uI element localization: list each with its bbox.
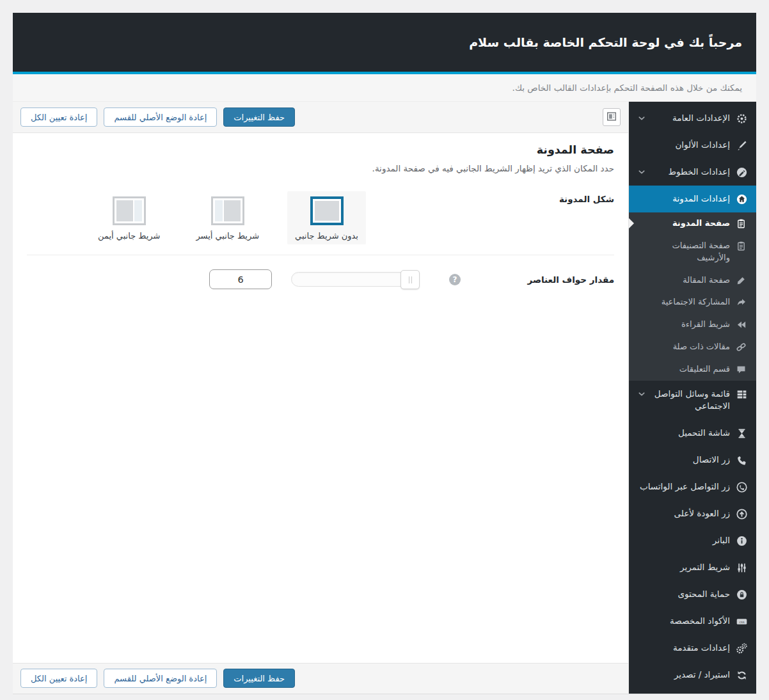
sidebar-item-label: الأكواد المخصصة [670, 615, 730, 628]
clipboard-icon [736, 241, 747, 251]
layout-option-label: شريط جانبي أيسر [196, 231, 259, 241]
comment-icon [736, 364, 747, 375]
whatsapp-icon [736, 481, 748, 493]
sidebar-item-label: صفحة التصنيفات والأرشيف [638, 240, 730, 264]
rewind-icon [736, 319, 747, 330]
page-header: مرحباً بك في لوحة التحكم الخاصة بقالب سل… [13, 13, 756, 74]
sidebar-item-social-media-list[interactable]: قائمة وسائل التواصل الاجتماعي [629, 381, 756, 420]
top-toolbar: حفظ التغييرات إعادة الوضع الأصلي للقسم إ… [13, 102, 628, 133]
sidebar-item-label: زر الاتصال [693, 454, 730, 466]
sidebar-item-label: حماية المحتوى [678, 588, 730, 601]
layout-toggle-button[interactable] [603, 108, 621, 126]
padding-slider-handle[interactable] [400, 270, 420, 289]
layout-option-left-sidebar[interactable]: شريط جانبي أيسر [188, 191, 267, 244]
list-icon [736, 388, 748, 401]
reset-all-button[interactable]: إعادة تعيين الكل [20, 669, 97, 688]
gears-icon [736, 642, 748, 655]
sidebar-item-label: استيراد / تصدير [674, 669, 730, 681]
sidebar-item-label: الإعدادات العامة [672, 112, 730, 125]
layout-option-label: شريط جانبي أيمن [98, 231, 160, 241]
chevron-down-icon [637, 114, 646, 123]
sidebar-item-blog-settings[interactable]: إعدادات المدونة [629, 186, 756, 212]
sidebar-item-comments-section[interactable]: قسم التعليقات [629, 358, 756, 381]
sidebar-item-advanced-settings[interactable]: إعدادات متقدمة [629, 635, 756, 662]
padding-value-input[interactable] [209, 269, 272, 289]
sidebar-item-content-protection[interactable]: حماية المحتوى [629, 581, 756, 608]
sidebar-item-whatsapp-button[interactable]: زر التواصل عبر الواتساب [629, 473, 756, 500]
sidebar-item-label: شريط القراءة [681, 319, 730, 331]
sidebar-item-label: صفحة المقالة [683, 274, 730, 287]
sidebar-item-label: قسم التعليقات [679, 363, 730, 376]
reset-all-button[interactable]: إعادة تعيين الكل [20, 107, 97, 127]
sidebar-item-custom-codes[interactable]: cssالأكواد المخصصة [629, 608, 756, 635]
sidebar-item-article-page[interactable]: صفحة المقالة [629, 269, 756, 292]
sidebar-item-categories-archive-page[interactable]: صفحة التصنيفات والأرشيف [629, 235, 756, 269]
sidebar-item-blog-page[interactable]: صفحة المدونة [629, 212, 756, 235]
element-padding-label: مقدار حواف العناصر [461, 274, 614, 285]
sidebar-menu: الإعدادات العامةإعدادات الألوانإعدادات ا… [629, 102, 756, 694]
sidebar-item-social-sharing[interactable]: المشاركة الاجتماعية [629, 291, 756, 314]
save-button[interactable]: حفظ التغييرات [223, 107, 295, 127]
sidebar-item-label: المشاركة الاجتماعية [662, 296, 730, 308]
question-icon[interactable]: ? [449, 274, 461, 285]
sidebar-item-loading-screen[interactable]: شاشة التحميل [629, 420, 756, 447]
sidebar-item-label: شاشة التحميل [678, 427, 730, 440]
sidebar-item-font-settings[interactable]: إعدادات الخطوط [629, 159, 756, 186]
sidebar-item-back-to-top-button[interactable]: زر العودة لأعلى [629, 500, 756, 527]
reset-section-button[interactable]: إعادة الوضع الأصلي للقسم [104, 107, 217, 127]
sidebar-item-label: إعدادات المدونة [672, 193, 730, 205]
sync-icon [736, 669, 748, 681]
section-description: حدد المكان الذي تريد إظهار الشريط الجانب… [27, 163, 614, 173]
padding-slider[interactable] [291, 272, 419, 287]
sidebar-item-label: مقالات ذات صلة [673, 341, 730, 353]
intro-text: يمكنك من خلال هذه الصفحة التحكم بإعدادات… [512, 83, 742, 93]
sidebar-item-label: إعدادات متقدمة [673, 642, 730, 655]
sliders-icon [736, 562, 748, 574]
chevron-down-icon [637, 168, 646, 177]
arrow-up-circle-icon [736, 508, 748, 520]
settings-sidebar: الإعدادات العامةإعدادات الألوانإعدادات ا… [628, 102, 756, 694]
layout-option-no-sidebar-icon [310, 196, 344, 225]
bottom-toolbar: حفظ التغييرات إعادة الوضع الأصلي للقسم إ… [13, 663, 628, 694]
sidebar-item-label: إعدادات الألوان [675, 139, 730, 152]
page-title: مرحباً بك في لوحة التحكم الخاصة بقالب سل… [469, 35, 742, 49]
active-item-notch [629, 218, 634, 228]
home-icon [736, 193, 748, 205]
layout-option-left-sidebar-icon [211, 196, 244, 225]
save-button[interactable]: حفظ التغييرات [223, 669, 295, 688]
sidebar-item-import-export[interactable]: استيراد / تصدير [629, 662, 756, 688]
chevron-down-icon [637, 390, 646, 399]
share-icon [736, 297, 747, 308]
sidebar-item-general-settings[interactable]: الإعدادات العامة [629, 105, 756, 132]
sidebar-item-label: البانر [713, 534, 730, 547]
sidebar-item-color-settings[interactable]: إعدادات الألوان [629, 132, 756, 159]
blog-layout-options: بدون شريط جانبيشريط جانبي أيسرشريط جانبي… [90, 191, 366, 244]
sidebar-item-related-articles[interactable]: مقالات ذات صلة [629, 336, 756, 358]
brush-icon [736, 139, 748, 152]
section-content: صفحة المدونة حدد المكان الذي تريد إظهار … [13, 133, 628, 289]
sidebar-item-label: إعدادات الخطوط [668, 166, 730, 179]
svg-text:css: css [739, 620, 744, 624]
blog-layout-label: شكل المدونة [461, 191, 614, 204]
element-padding-row: مقدار حواف العناصر ? [27, 269, 614, 289]
section-title: صفحة المدونة [27, 143, 614, 156]
reset-section-button[interactable]: إعادة الوضع الأصلي للقسم [104, 669, 217, 688]
layout-option-no-sidebar[interactable]: بدون شريط جانبي [287, 191, 366, 244]
clipboard-icon [736, 218, 747, 229]
sidebar-item-label: زر التواصل عبر الواتساب [640, 481, 730, 493]
sidebar-item-reading-bar[interactable]: شريط القراءة [629, 314, 756, 336]
layout-option-label: بدون شريط جانبي [295, 231, 358, 241]
sidebar-item-label: شريط التمرير [680, 561, 730, 574]
sidebar-item-scroll-bar[interactable]: شريط التمرير [629, 554, 756, 581]
settings-main: حفظ التغييرات إعادة الوضع الأصلي للقسم إ… [13, 102, 628, 694]
hourglass-icon [736, 427, 748, 440]
link-icon [736, 342, 747, 353]
settings-page: مرحباً بك في لوحة التحكم الخاصة بقالب سل… [13, 13, 756, 700]
pencil-icon [736, 275, 747, 286]
sidebar-item-banner[interactable]: البانر [629, 527, 756, 554]
layout-option-right-sidebar[interactable]: شريط جانبي أيمن [90, 191, 168, 244]
css-icon: css [736, 616, 748, 628]
sidebar-item-call-button[interactable]: زر الاتصال [629, 447, 756, 473]
sidebar-item-label: زر العودة لأعلى [674, 507, 730, 520]
gear-icon [736, 113, 748, 125]
